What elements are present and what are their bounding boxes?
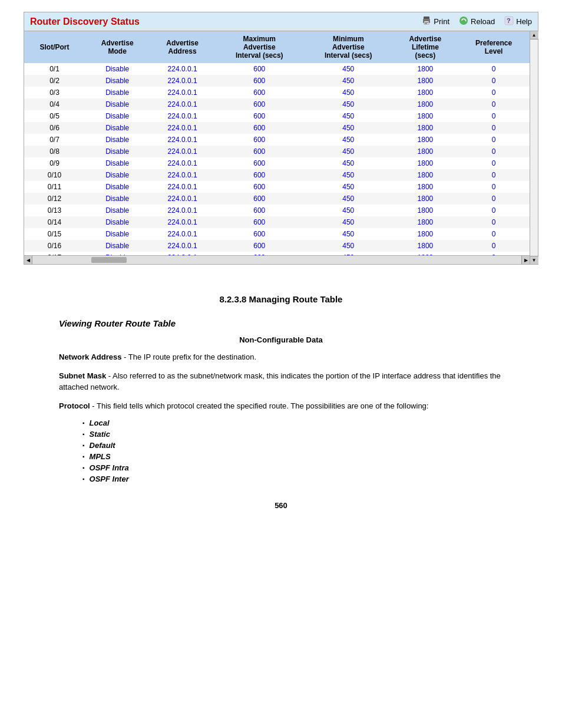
table-cell: 450 [304, 240, 393, 252]
table-cell: 224.0.0.1 [150, 157, 214, 169]
section-number: 8.2.3.8 [220, 294, 249, 304]
table-cell: 224.0.0.1 [150, 122, 214, 134]
table-cell: 0/13 [24, 205, 85, 216]
print-icon [422, 16, 431, 27]
table-cell: 1800 [393, 134, 458, 146]
table-cell: 0/2 [24, 75, 85, 87]
table-cell: 450 [304, 216, 393, 228]
table-cell: 600 [215, 193, 304, 205]
table-cell: 224.0.0.1 [150, 193, 214, 205]
table-cell: 600 [215, 75, 304, 87]
horizontal-scrollbar[interactable] [32, 256, 521, 264]
scroll-left-button[interactable]: ◀ [24, 256, 32, 264]
reload-action[interactable]: Reload [459, 16, 495, 27]
table-cell: 600 [215, 146, 304, 157]
scroll-up-button[interactable]: ▲ [530, 31, 538, 39]
table-cell: 600 [215, 169, 304, 181]
col-advertise-lifetime: AdvertiseLifetime(secs) [393, 31, 458, 63]
table-cell: 0 [458, 240, 530, 252]
table-cell: Disable [85, 240, 150, 252]
table-cell: 0/8 [24, 146, 85, 157]
table-cell: Disable [85, 228, 150, 240]
list-item-ospf-inter: OSPF Inter [82, 475, 503, 483]
table-cell: 450 [304, 63, 393, 75]
col-slot-port: Slot/Port [24, 31, 85, 63]
table-cell: 1800 [393, 122, 458, 134]
table-cell: 0/12 [24, 193, 85, 205]
table-cell: 0 [458, 98, 530, 110]
table-cell: 1800 [393, 146, 458, 157]
field-desc-protocol: - This field tells which protocol create… [92, 401, 428, 410]
table-cell: 600 [215, 110, 304, 122]
table-cell: 450 [304, 157, 393, 169]
table-row: 0/2Disable224.0.0.160045018000 [24, 75, 530, 87]
table-row: 0/14Disable224.0.0.160045018000 [24, 216, 530, 228]
table-body: 0/1Disable224.0.0.1600450180000/2Disable… [24, 63, 530, 255]
table-cell: 0/4 [24, 98, 85, 110]
table-cell: 450 [304, 228, 393, 240]
sub-label: Non-Configurable Data [59, 335, 503, 344]
table-cell: 600 [215, 240, 304, 252]
bottom-nav: ◀ ▶ [24, 255, 530, 264]
scroll-right-button[interactable]: ▶ [521, 256, 530, 264]
table-cell: 0/16 [24, 240, 85, 252]
help-action[interactable]: ? Help [504, 16, 532, 27]
table-cell: 600 [215, 122, 304, 134]
table-cell: 1800 [393, 252, 458, 255]
vertical-scrollbar[interactable]: ▲ ▼ [530, 31, 538, 264]
print-action[interactable]: Print [422, 16, 449, 27]
list-item-mpls: MPLS [82, 452, 503, 461]
field-protocol: Protocol - This field tells which protoc… [59, 400, 503, 412]
table-cell: 1800 [393, 193, 458, 205]
table-cell: 0 [458, 157, 530, 169]
table-cell: 0 [458, 110, 530, 122]
table-cell: 450 [304, 75, 393, 87]
table-cell: 0/10 [24, 169, 85, 181]
table-scroll-container[interactable]: Slot/Port AdvertiseMode AdvertiseAddress… [24, 31, 530, 255]
table-cell: 0/14 [24, 216, 85, 228]
field-network-address: Network Address - The IP route prefix fo… [59, 351, 503, 363]
table-cell: 224.0.0.1 [150, 169, 214, 181]
table-row: 0/13Disable224.0.0.160045018000 [24, 205, 530, 216]
table-cell: 224.0.0.1 [150, 98, 214, 110]
subsection-title: Viewing Router Route Table [59, 318, 503, 328]
col-max-advertise: MaximumAdvertiseInterval (secs) [215, 31, 304, 63]
table-cell: 450 [304, 122, 393, 134]
table-cell: 0/7 [24, 134, 85, 146]
table-cell: 1800 [393, 87, 458, 98]
table-cell: 1800 [393, 181, 458, 193]
doc-content: 8.2.3.8 Managing Route Table Viewing Rou… [24, 288, 538, 516]
table-cell: 224.0.0.1 [150, 75, 214, 87]
table-cell: 0 [458, 122, 530, 134]
table-cell: 224.0.0.1 [150, 87, 214, 98]
table-cell: 450 [304, 87, 393, 98]
table-cell: Disable [85, 63, 150, 75]
table-row: 0/10Disable224.0.0.160045018000 [24, 169, 530, 181]
table-cell: 0 [458, 181, 530, 193]
table-cell: 224.0.0.1 [150, 146, 214, 157]
table-cell: 600 [215, 252, 304, 255]
scroll-down-button[interactable]: ▼ [530, 256, 538, 264]
col-preference-level: PreferenceLevel [458, 31, 530, 63]
table-cell: 1800 [393, 110, 458, 122]
table-cell: Disable [85, 169, 150, 181]
panel-actions: Print Reload ? [422, 16, 532, 27]
table-cell: 0/6 [24, 122, 85, 134]
table-cell: 450 [304, 110, 393, 122]
field-desc-subnet-mask: - Also referred to as the subnet/network… [59, 371, 501, 392]
table-cell: 0 [458, 169, 530, 181]
list-item-static: Static [82, 430, 503, 439]
table-cell: 0/5 [24, 110, 85, 122]
table-cell: 450 [304, 252, 393, 255]
table-cell: 0/17 [24, 252, 85, 255]
data-table: Slot/Port AdvertiseMode AdvertiseAddress… [24, 31, 530, 255]
table-cell: Disable [85, 110, 150, 122]
table-row: 0/9Disable224.0.0.160045018000 [24, 157, 530, 169]
table-cell: 1800 [393, 169, 458, 181]
table-cell: 0/11 [24, 181, 85, 193]
field-desc-network-address: - The IP route prefix for the destinatio… [124, 353, 256, 361]
table-cell: 224.0.0.1 [150, 134, 214, 146]
section-heading: 8.2.3.8 Managing Route Table [59, 294, 503, 304]
table-cell: 0 [458, 87, 530, 98]
table-cell: 224.0.0.1 [150, 205, 214, 216]
